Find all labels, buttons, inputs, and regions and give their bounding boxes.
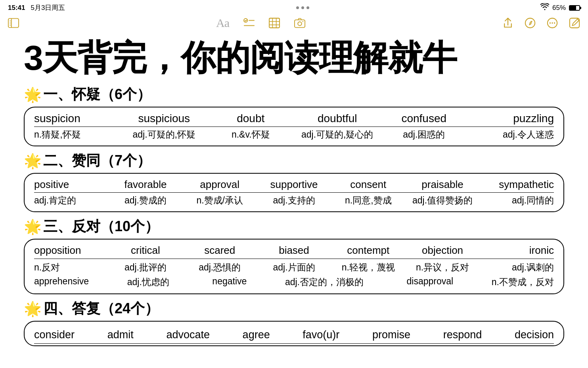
section2-star: 🌟 <box>24 153 42 169</box>
meaning-suspicious: adj.可疑的,怀疑 <box>121 128 208 141</box>
dot2 <box>301 6 304 9</box>
meaning-opposition: n.反对 <box>34 261 108 274</box>
section2-label: 二、赞同（7个） <box>43 151 151 171</box>
status-center <box>296 6 309 9</box>
section3-wordgroup: opposition critical scared biased contem… <box>24 239 564 294</box>
word-suspicious: suspicious <box>121 112 208 125</box>
meaning-consent: n.同意,赞成 <box>331 194 405 207</box>
toolbar-right <box>502 17 580 29</box>
meaning-doubt: n.&v.怀疑 <box>207 128 294 141</box>
section2-wordgroup: positive favorable approval supportive c… <box>24 173 564 212</box>
section3-star: 🌟 <box>24 218 42 235</box>
word-decision: decision <box>515 329 554 341</box>
section4-heading: 🌟 四、答复（24个） <box>24 299 564 318</box>
meaning-approval: n.赞成/承认 <box>183 194 257 207</box>
toolbar-left <box>8 17 19 29</box>
svg-point-20 <box>552 22 553 23</box>
word-doubt: doubt <box>207 112 294 125</box>
main-content: 3天背完，你的阅读理解就牛 🌟 一、怀疑（6个） suspicion suspi… <box>0 34 588 354</box>
compass-icon[interactable] <box>525 17 536 29</box>
word-doubtful: doubtful <box>294 112 381 125</box>
word-apprehensive: apprehensive <box>34 276 89 288</box>
meaning-ironic: adj.讽刺的 <box>480 261 554 274</box>
section3-heading: 🌟 三、反对（10个） <box>24 217 564 236</box>
edit-icon[interactable] <box>569 17 580 29</box>
meaning-supportive: adj.支持的 <box>257 194 331 207</box>
word-puzzling: puzzling <box>467 112 554 125</box>
word-promise: promise <box>372 329 410 341</box>
checklist-icon[interactable] <box>243 17 255 29</box>
meaning-critical: adj.批评的 <box>108 261 182 274</box>
svg-point-15 <box>303 21 304 22</box>
section3-words-row: opposition critical scared biased contem… <box>34 243 554 259</box>
meaning-puzzling: adj.令人迷惑 <box>467 128 554 141</box>
word-agree: agree <box>243 329 270 341</box>
section2-words-row: positive favorable approval supportive c… <box>34 178 554 193</box>
section4-label: 四、答复（24个） <box>43 299 159 318</box>
word-praisable: praisable <box>405 178 479 191</box>
meaning-objection: n.异议，反对 <box>405 261 479 274</box>
svg-rect-13 <box>295 20 305 27</box>
word-scared: scared <box>183 244 257 257</box>
word-advocate: advocate <box>166 329 210 341</box>
status-bar: 15:41 5月3日周五 65% <box>0 0 588 14</box>
share-icon[interactable] <box>502 17 513 29</box>
meaning-positive: adj.肯定的 <box>34 194 108 207</box>
section4-words-row: consider admit advocate agree favo(u)r p… <box>34 326 554 344</box>
meaning-apprehensive: adj.忧虑的 <box>127 276 169 288</box>
svg-point-21 <box>554 22 555 23</box>
more-icon[interactable] <box>547 17 558 29</box>
word-ironic: ironic <box>480 244 554 257</box>
word-positive: positive <box>34 178 108 191</box>
meaning-contempt: n.轻视，蔑视 <box>331 261 405 274</box>
meaning-confused: adj.困惑的 <box>381 128 467 141</box>
section1-star: 🌟 <box>24 86 42 103</box>
svg-point-19 <box>550 22 551 23</box>
word-supportive: supportive <box>257 178 331 191</box>
section4-star: 🌟 <box>24 301 42 317</box>
word-consent: consent <box>331 178 405 191</box>
word-contempt: contempt <box>331 244 405 257</box>
status-date: 5月3日周五 <box>31 3 65 12</box>
word-suspicion: suspicion <box>34 112 121 125</box>
status-right: 65% <box>540 3 580 12</box>
dot1 <box>296 6 299 9</box>
camera-icon[interactable] <box>294 17 305 29</box>
word-consider: consider <box>34 329 75 341</box>
meaning-disapproval: n.不赞成，反对 <box>492 276 554 288</box>
section3-meanings-row1: n.反对 adj.批评的 adj.恐惧的 adj.片面的 n.轻视，蔑视 n.异… <box>34 260 554 275</box>
section1-meanings-row: n.猜疑,怀疑 adj.可疑的,怀疑 n.&v.怀疑 adj.可疑的,疑心的 a… <box>34 128 554 142</box>
section1-label: 一、怀疑（6个） <box>43 85 151 104</box>
word-admit: admit <box>107 329 134 341</box>
meaning-favorable: adj.赞成的 <box>108 194 182 207</box>
word-objection: objection <box>405 244 479 257</box>
sidebar-toggle-icon[interactable] <box>8 17 19 29</box>
word-confused: confused <box>381 112 467 125</box>
word-sympathetic: sympathetic <box>480 178 554 191</box>
svg-point-14 <box>298 22 302 26</box>
word-opposition: opposition <box>34 244 108 257</box>
meaning-doubtful: adj.可疑的,疑心的 <box>294 128 381 141</box>
section4-wordgroup: consider admit advocate agree favo(u)r p… <box>24 321 564 346</box>
section3-mixed-row: apprehensive adj.忧虑的 negative adj.否定的，消极… <box>34 275 554 289</box>
meaning-scared: adj.恐惧的 <box>183 261 257 274</box>
meaning-suspicion: n.猜疑,怀疑 <box>34 128 121 141</box>
format-text-icon[interactable]: Aa <box>216 16 229 30</box>
word-respond: respond <box>443 329 482 341</box>
word-disapproval: disapproval <box>407 276 454 288</box>
battery-percent: 65% <box>552 4 566 12</box>
section3-label: 三、反对（10个） <box>43 217 159 236</box>
meaning-praisable: adj.值得赞扬的 <box>405 194 479 207</box>
svg-point-5 <box>244 19 247 22</box>
section1-heading: 🌟 一、怀疑（6个） <box>24 85 564 104</box>
word-approval: approval <box>183 178 257 191</box>
table-icon[interactable] <box>269 17 280 29</box>
main-title: 3天背完，你的阅读理解就牛 <box>24 38 564 78</box>
section2-meanings-row: adj.肯定的 adj.赞成的 n.赞成/承认 adj.支持的 n.同意,赞成 … <box>34 194 554 207</box>
wifi-icon <box>540 3 549 12</box>
word-critical: critical <box>108 244 182 257</box>
meaning-negative: adj.否定的，消极的 <box>285 276 364 288</box>
meaning-sympathetic: adj.同情的 <box>480 194 554 207</box>
svg-rect-8 <box>269 18 280 28</box>
word-negative: negative <box>212 276 247 288</box>
